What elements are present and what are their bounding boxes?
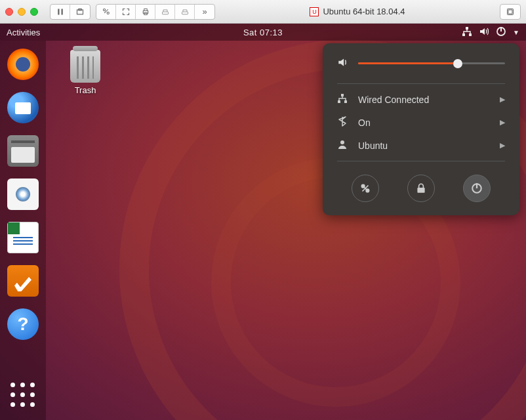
speaker-icon [337, 56, 349, 70]
volume-slider-row [323, 54, 519, 79]
chevron-down-icon[interactable]: ▼ [513, 29, 519, 36]
svg-rect-15 [469, 33, 472, 36]
vm-disk2-button[interactable] [175, 5, 195, 19]
svg-rect-7 [144, 9, 147, 10]
svg-rect-1 [61, 9, 62, 14]
user-label: Ubuntu [358, 140, 388, 151]
network-menu-item[interactable]: Wired Connected ▶ [323, 88, 519, 111]
vm-button-group-2: » [96, 4, 215, 20]
svg-rect-12 [508, 10, 512, 14]
volume-icon[interactable] [479, 26, 489, 39]
power-button[interactable] [463, 175, 491, 202]
svg-point-23 [366, 189, 369, 192]
dock-rhythmbox-icon[interactable] [7, 178, 39, 210]
svg-point-21 [340, 140, 344, 144]
vm-disk1-button[interactable] [155, 5, 175, 19]
dock-thunderbird-icon[interactable] [7, 92, 39, 123]
svg-rect-8 [144, 12, 147, 14]
trash-desktop-icon[interactable]: Trash [59, 50, 111, 95]
vm-more-button[interactable]: » [195, 5, 214, 19]
svg-point-5 [107, 12, 109, 14]
bluetooth-label: On [358, 117, 371, 128]
volume-slider-thumb[interactable] [453, 59, 462, 68]
trash-icon [70, 50, 100, 83]
dock-files-icon[interactable] [7, 135, 39, 167]
volume-slider[interactable] [358, 62, 505, 64]
vm-host-toolbar: » U Ubuntu 64-bit 18.04.4 [0, 0, 526, 24]
system-menu-popup: Wired Connected ▶ On ▶ Ubuntu ▶ [323, 43, 519, 215]
close-window-button[interactable] [5, 8, 13, 16]
menu-divider [337, 161, 505, 161]
network-icon[interactable] [462, 26, 472, 39]
svg-rect-10 [182, 12, 188, 14]
chevron-right-icon: ▶ [500, 141, 505, 150]
network-label: Wired Connected [358, 94, 429, 105]
svg-rect-26 [476, 183, 477, 188]
window-traffic-lights [5, 8, 38, 16]
vm-title-text: Ubuntu 64-bit 18.04.4 [323, 7, 405, 16]
svg-point-4 [103, 9, 105, 10]
vm-pause-button[interactable] [51, 5, 70, 19]
svg-rect-20 [344, 100, 347, 103]
vm-os-icon: U [310, 7, 319, 16]
svg-rect-9 [162, 12, 168, 14]
vm-settings-button[interactable] [96, 5, 116, 19]
desktop-icons-area: Trash [59, 50, 111, 95]
ubuntu-desktop: Activities Sat 07:13 ▼ ? [0, 24, 526, 420]
menu-divider [337, 83, 505, 84]
dock-help-icon[interactable]: ? [7, 308, 39, 340]
vm-button-group-1 [50, 4, 91, 20]
svg-rect-0 [58, 9, 59, 14]
vm-right-controls [500, 4, 521, 20]
chevron-right-icon: ▶ [500, 95, 505, 104]
show-applications-button[interactable] [7, 379, 39, 411]
svg-rect-13 [466, 27, 468, 30]
user-menu-item[interactable]: Ubuntu ▶ [323, 134, 519, 157]
power-icon[interactable] [496, 26, 506, 39]
vm-view-button[interactable] [500, 5, 520, 19]
network-icon [337, 93, 348, 106]
vm-title: U Ubuntu 64-bit 18.04.4 [220, 7, 495, 16]
maximize-window-button[interactable] [30, 8, 38, 16]
svg-rect-17 [500, 27, 502, 32]
chevron-right-icon: ▶ [500, 118, 505, 127]
system-action-row [323, 165, 519, 202]
svg-rect-19 [338, 100, 340, 103]
vm-print-button[interactable] [136, 5, 155, 19]
vm-fullscreen-button[interactable] [116, 5, 136, 19]
ubuntu-dock: ? [0, 41, 46, 420]
svg-point-22 [361, 184, 365, 188]
user-icon [337, 139, 348, 152]
dock-libreoffice-writer-icon[interactable] [7, 222, 39, 253]
svg-rect-18 [341, 94, 344, 96]
settings-button[interactable] [352, 175, 379, 202]
lock-button[interactable] [407, 175, 435, 202]
activities-button[interactable]: Activities [7, 28, 40, 37]
system-tray[interactable]: ▼ [462, 26, 519, 39]
bluetooth-icon [337, 116, 348, 129]
dock-ubuntu-software-icon[interactable] [7, 265, 39, 297]
bluetooth-menu-item[interactable]: On ▶ [323, 111, 519, 134]
trash-label: Trash [75, 85, 96, 95]
minimize-window-button[interactable] [18, 8, 26, 16]
gnome-top-panel: Activities Sat 07:13 ▼ [0, 24, 526, 41]
dock-firefox-icon[interactable] [7, 49, 39, 80]
volume-slider-fill [358, 62, 458, 64]
vm-snapshot-button[interactable] [70, 5, 90, 19]
clock[interactable]: Sat 07:13 [243, 28, 283, 37]
svg-rect-14 [462, 33, 465, 36]
svg-rect-24 [417, 188, 424, 193]
